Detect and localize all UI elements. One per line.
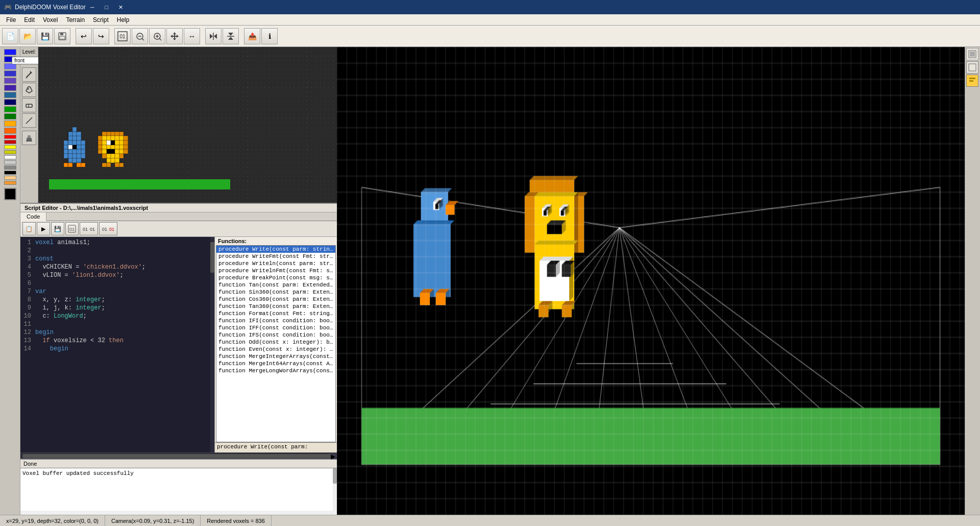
tab-code[interactable]: Code (20, 212, 46, 221)
func-item-write[interactable]: procedure Write(const parm: string); (216, 246, 335, 253)
color-swatch-6[interactable] (4, 99, 16, 105)
color-swatch-14[interactable] (4, 150, 16, 154)
save-as-button[interactable] (54, 28, 70, 44)
undo-button[interactable]: ↩ (76, 28, 92, 44)
minimize-button[interactable]: ─ (86, 2, 99, 12)
color-swatch-4[interactable] (4, 85, 16, 91)
menu-help[interactable]: Help (113, 15, 134, 25)
flip-h-button[interactable] (205, 28, 222, 44)
output-scrollbar[interactable] (333, 468, 337, 515)
color-swatch-7[interactable] (4, 106, 16, 112)
save-button[interactable]: 💾 (37, 28, 53, 44)
color-swatch-20[interactable] (4, 181, 16, 185)
export-button[interactable]: 📤 (244, 28, 260, 44)
code-editor[interactable]: 1 voxel animals1; 2 3 const 4 (20, 237, 214, 452)
fill-tool[interactable] (22, 83, 36, 97)
new-button[interactable]: 📄 (2, 28, 18, 44)
color-swatch-10[interactable] (4, 128, 16, 134)
color-swatch-2[interactable] (4, 70, 16, 77)
move-button[interactable]: ↔ (184, 28, 200, 44)
level-label: Level: (21, 49, 37, 55)
color-swatch-13[interactable] (4, 145, 16, 149)
code-hscrollbar[interactable]: ▶ (20, 452, 337, 459)
func-item-writefmt[interactable]: procedure WriteFmt(const Fmt: string; co… (216, 253, 335, 260)
menu-voxel[interactable]: Voxel (39, 15, 62, 25)
func-item-ifs[interactable]: function IFS(const condition: boolean; c… (216, 331, 335, 339)
script-saveas-button[interactable]: 01 (65, 222, 79, 235)
svg-marker-12 (170, 32, 179, 40)
line-tool[interactable] (22, 113, 36, 128)
viewport-3d[interactable] (337, 47, 965, 515)
code-scrollbar-thumb[interactable] (210, 242, 214, 273)
zoom-in-button[interactable] (149, 28, 165, 44)
func-item-cos360[interactable]: function Cos360(const parm: Extended): E… (216, 296, 335, 303)
code-line-11: 11 (22, 321, 212, 329)
code-hscrollbar-thumb[interactable] (22, 454, 335, 458)
right-btn-1[interactable] (966, 48, 978, 60)
color-swatch-12[interactable] (4, 140, 16, 144)
eraser-tool[interactable] (22, 98, 36, 112)
color-swatch-19[interactable] (4, 176, 16, 180)
hscroll-right[interactable]: ▶ (331, 453, 337, 459)
color-swatch-5[interactable] (4, 92, 16, 98)
func-item-breakpoint[interactable]: procedure BreakPoint(const msg: string); (216, 274, 335, 281)
func-item-mergelongword[interactable]: function MergeLongWordArrays(const A1, A… (216, 367, 335, 374)
func-item-even[interactable]: function Even(const x: integer): boolean… (216, 346, 335, 353)
color-swatch-3[interactable] (4, 78, 16, 84)
stamp-tool[interactable] (22, 131, 36, 145)
script-compile-button[interactable]: 0101 (80, 222, 98, 235)
color-swatch-18[interactable] (4, 171, 16, 175)
functions-list[interactable]: procedure Write(const parm: string); pro… (216, 245, 336, 442)
pan-button[interactable] (166, 28, 183, 44)
close-button[interactable]: ✕ (114, 2, 128, 12)
right-btn-3[interactable] (966, 75, 978, 87)
color-swatch-9[interactable] (4, 121, 16, 127)
maximize-button[interactable]: □ (100, 2, 113, 12)
menu-edit[interactable]: Edit (20, 15, 39, 25)
code-line-6: 6 (22, 280, 212, 288)
func-item-writelntmt[interactable]: procedure WritelnFmt(const Fmt: string; … (216, 267, 335, 274)
import-button[interactable]: 01 (114, 28, 131, 44)
color-swatch-16[interactable] (4, 160, 16, 164)
output-scrollbar-thumb[interactable] (333, 468, 337, 484)
voxel-canvas-element[interactable] (38, 47, 337, 203)
redo-button[interactable]: ↪ (93, 28, 109, 44)
func-item-iff[interactable]: function IFF(const condition: boolean; c… (216, 324, 335, 331)
script-run-button[interactable]: ▶ (37, 222, 50, 235)
func-item-mergeint[interactable]: function MergeIntegerArrays(const A1, A2… (216, 353, 335, 360)
code-scrollbar[interactable] (210, 237, 214, 452)
func-item-sin360[interactable]: function Sin360(const parm: Extended): E… (216, 289, 335, 296)
svg-point-22 (27, 88, 29, 90)
script-save-button[interactable]: 💾 (51, 222, 64, 235)
toolbar: 📄 📂 💾 ↩ ↪ 01 ↔ 📤 ℹ (0, 26, 980, 47)
voxel-canvas[interactable] (38, 47, 337, 203)
menu-terrain[interactable]: Terrain (62, 15, 89, 25)
pencil-tool[interactable] (22, 67, 36, 82)
menu-script[interactable]: Script (89, 15, 113, 25)
func-item-mergeint64[interactable]: function MergeInt64Arrays(const A1, A2: … (216, 360, 335, 367)
func-item-tan[interactable]: function Tan(const parm: Extended): Exte… (216, 281, 335, 289)
canvas-section: Level: front back left right top bottom (20, 47, 337, 515)
menu-file[interactable]: File (2, 15, 20, 25)
func-item-ifi[interactable]: function IFI(const condition: boolean; c… (216, 317, 335, 324)
func-item-tan360[interactable]: function Tan360(const parm: Extended): E… (216, 303, 335, 310)
script-copy-button[interactable]: 📋 (22, 222, 36, 235)
color-swatch-15[interactable] (4, 155, 16, 159)
zoom-out-button[interactable] (132, 28, 148, 44)
func-item-writeln[interactable]: procedure Writeln(const parm: string); (216, 260, 335, 267)
func-item-format[interactable]: function Format(const Fmt: string; const… (216, 310, 335, 317)
color-swatch-11[interactable] (4, 135, 16, 139)
color-swatch-active[interactable] (4, 49, 16, 55)
info-button[interactable]: ℹ (261, 28, 278, 44)
tool-column: Level: front back left right top bottom (20, 47, 38, 203)
3d-scene-canvas[interactable] (337, 47, 965, 515)
svg-marker-14 (214, 34, 217, 39)
color-swatch-17[interactable] (4, 165, 16, 170)
output-hscrollbar[interactable] (20, 511, 337, 515)
open-button[interactable]: 📂 (19, 28, 36, 44)
right-btn-2[interactable] (966, 61, 978, 74)
script-execute-button[interactable]: 0101 (99, 222, 117, 235)
flip-v-button[interactable] (223, 28, 239, 44)
func-item-odd[interactable]: function Odd(const x: integer): boolean; (216, 339, 335, 346)
color-swatch-8[interactable] (4, 113, 16, 119)
